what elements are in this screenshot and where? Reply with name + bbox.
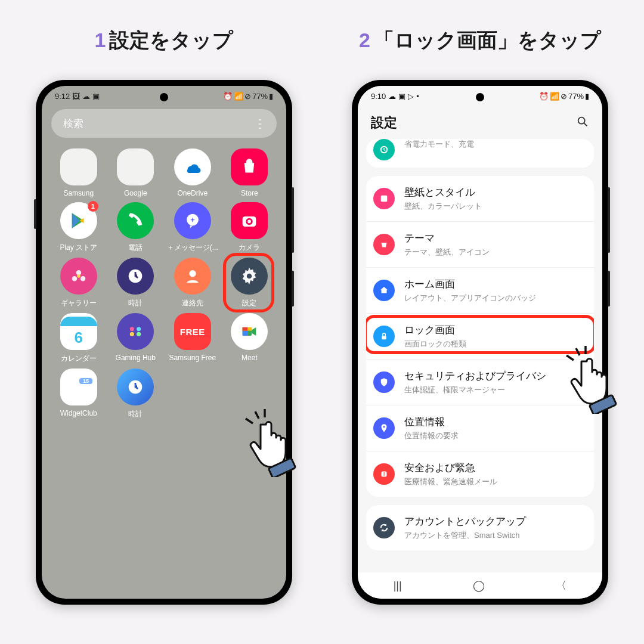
lock-icon — [373, 326, 395, 347]
app-calendar[interactable]: 6 カレンダー — [50, 313, 107, 364]
window-icon: ▣ — [398, 92, 405, 101]
row-battery[interactable]: 省電力モード、充電 — [366, 139, 594, 168]
nav-back[interactable]: 〈 — [538, 574, 584, 597]
power-button — [608, 271, 610, 306]
nav-bar: ||| ◯ 〈 — [358, 572, 602, 599]
svg-point-13 — [137, 332, 141, 336]
app-widgetclub[interactable]: 15 WidgetClub — [50, 369, 107, 419]
app-samsungfree[interactable]: FREE Samsung Free — [164, 313, 221, 364]
svg-rect-17 — [243, 327, 248, 331]
meet-icon — [231, 313, 268, 350]
app-meet[interactable]: Meet — [221, 313, 278, 364]
window-icon: ▣ — [92, 92, 100, 101]
store-icon — [231, 148, 268, 185]
card-account: アカウントとバックアップアカウントを管理、Smart Switch — [366, 505, 594, 550]
search-icon[interactable] — [576, 115, 589, 131]
app-phone[interactable]: 電話 — [107, 202, 164, 253]
calendar-icon: 6 — [60, 313, 97, 350]
app-playstore[interactable]: 1 Play ストア — [50, 202, 107, 253]
volume-button — [608, 187, 610, 253]
row-security[interactable]: セキュリティおよびプライバシ生体認証、権限マネージャー — [366, 359, 594, 405]
phone-icon — [117, 202, 154, 239]
home-icon — [373, 280, 395, 301]
row-safety[interactable]: ! 安全および緊急医療情報、緊急速報メール — [366, 451, 594, 497]
step-1: 1設定をタップ 9:12 🖼☁▣ ⏰📶⊘ 77%▮ 検索 ⋮ — [13, 12, 316, 605]
clock-icon — [117, 258, 154, 295]
row-location[interactable]: 位置情報位置情報の要求 — [366, 405, 594, 451]
step-2-title: 2「ロック画面」をタップ — [359, 12, 601, 69]
row-wallpaper[interactable]: 壁紙とスタイル壁紙、カラーパレット — [366, 176, 594, 221]
svg-point-11 — [137, 327, 141, 331]
page-title: 設定 — [371, 114, 397, 132]
battery-text: 77% — [252, 92, 268, 101]
card-battery-partial: 省電力モード、充電 — [366, 139, 594, 168]
row-home[interactable]: ホーム画面レイアウト、アプリアイコンのバッジ — [366, 267, 594, 313]
side-button — [34, 199, 36, 229]
app-settings[interactable]: 設定 — [221, 258, 278, 308]
nav-recents[interactable]: ||| — [376, 575, 420, 597]
row-account[interactable]: アカウントとバックアップアカウントを管理、Smart Switch — [366, 505, 594, 550]
battery-icon: ▮ — [585, 92, 589, 101]
row-lock[interactable]: ロック画面画面ロックの種類 — [366, 313, 594, 359]
home-screen[interactable]: 9:12 🖼☁▣ ⏰📶⊘ 77%▮ 検索 ⋮ — [42, 86, 286, 599]
phone-frame-1: 9:12 🖼☁▣ ⏰📶⊘ 77%▮ 検索 ⋮ — [36, 80, 292, 605]
badge: 1 — [88, 201, 98, 212]
step-1-title: 1設定をタップ — [95, 12, 234, 69]
settings-screen[interactable]: 9:10 ☁▣▷• ⏰📶⊘ 77%▮ 設定 — [358, 86, 602, 599]
clock-icon — [117, 369, 154, 405]
card-display: 壁紙とスタイル壁紙、カラーパレット テーマテーマ、壁紙、アイコン ホーム画面レイ… — [366, 176, 594, 497]
app-onedrive[interactable]: OneDrive — [164, 148, 221, 197]
status-time: 9:12 — [55, 92, 70, 101]
nodata-icon: ⊘ — [244, 92, 251, 101]
emergency-icon: ! — [373, 463, 395, 485]
svg-text:!: ! — [383, 472, 385, 477]
folder-icon — [60, 148, 97, 185]
message-icon: + — [174, 202, 211, 239]
contacts-icon — [174, 258, 211, 295]
volume-button — [292, 187, 294, 253]
more-icon[interactable]: ⋮ — [254, 116, 265, 131]
sync-icon — [373, 517, 395, 538]
row-theme[interactable]: テーマテーマ、壁紙、アイコン — [366, 221, 594, 267]
wifi-icon: 📶 — [550, 92, 559, 101]
svg-point-7 — [189, 270, 196, 277]
app-gallery[interactable]: ギャラリー — [50, 258, 107, 308]
app-clock[interactable]: 時計 — [107, 258, 164, 308]
app-google-folder[interactable]: Google — [107, 148, 164, 197]
nav-home[interactable]: ◯ — [455, 574, 503, 597]
cloud-icon: ☁ — [388, 92, 396, 101]
widgetclub-icon: 15 — [60, 369, 97, 405]
location-icon — [373, 417, 395, 439]
phone-frame-2: 9:10 ☁▣▷• ⏰📶⊘ 77%▮ 設定 — [352, 80, 608, 605]
app-camera[interactable]: カメラ — [221, 202, 278, 253]
playstore-icon: 1 — [60, 202, 97, 239]
settings-list: 省電力モード、充電 壁紙とスタイル壁紙、カラーパレット テーマテーマ、壁紙、アイ… — [358, 139, 602, 550]
alarm-icon: ⏰ — [223, 92, 233, 101]
gear-icon — [231, 258, 268, 295]
power-button — [292, 271, 294, 306]
svg-point-5 — [77, 274, 80, 278]
wallpaper-icon — [373, 188, 395, 209]
onedrive-icon — [174, 148, 211, 185]
svg-text:+: + — [190, 215, 194, 224]
search-bar[interactable]: 検索 ⋮ — [51, 109, 277, 138]
app-plusmessage[interactable]: + ＋メッセージ(... — [164, 202, 221, 253]
app-gaminghub[interactable]: Gaming Hub — [107, 313, 164, 364]
folder-icon — [117, 148, 154, 185]
shield-icon — [373, 371, 395, 393]
gallery-icon — [60, 258, 97, 295]
camera-icon — [231, 202, 268, 239]
app-store[interactable]: Store — [221, 148, 278, 197]
app-samsung-folder[interactable]: Samsung — [50, 148, 107, 197]
gamepad-icon — [117, 313, 154, 350]
status-time: 9:10 — [371, 92, 386, 101]
step-2-num: 2 — [359, 29, 370, 51]
play-icon: ▷ — [408, 92, 414, 101]
svg-point-4 — [247, 220, 251, 224]
app-clock2[interactable]: 時計 — [107, 369, 164, 419]
svg-point-23 — [578, 117, 585, 123]
step-1-num: 1 — [95, 29, 106, 51]
app-contacts[interactable]: 連絡先 — [164, 258, 221, 308]
svg-point-12 — [130, 332, 134, 336]
svg-line-24 — [584, 123, 587, 126]
